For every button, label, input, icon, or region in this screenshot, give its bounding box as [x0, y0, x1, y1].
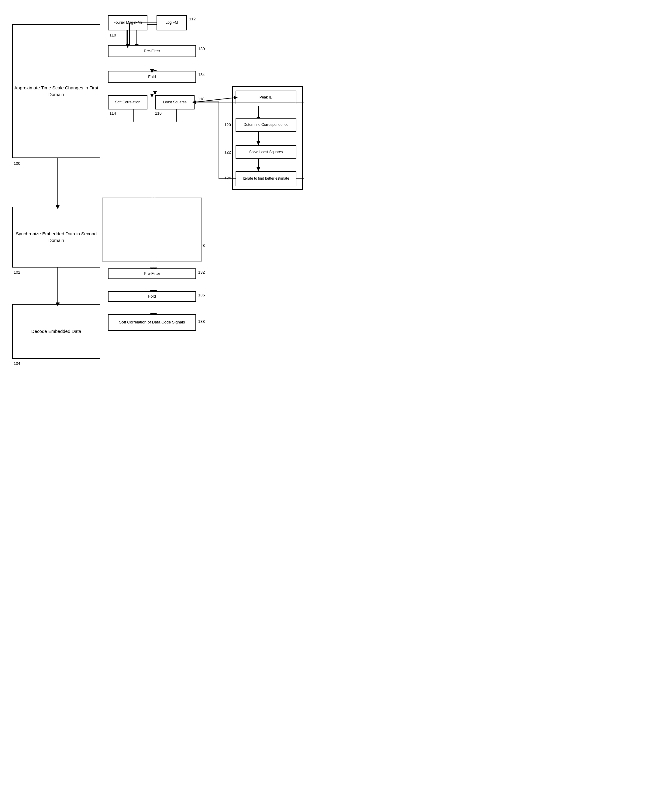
log-fm-box: Log FM	[156, 15, 187, 30]
left-mid-box: Synchronize Embedded Data in Second Doma…	[12, 207, 100, 268]
svg-marker-14	[257, 167, 260, 171]
iterate-label: Iterate to find better estimate	[243, 176, 289, 181]
ref-116: 116	[155, 111, 162, 115]
iterate-box: Iterate to find better estimate	[236, 171, 296, 186]
fold1-box: Fold	[108, 71, 196, 83]
fold2-box: Fold	[108, 291, 196, 302]
fourier-label: Fourier Mag (FM)	[114, 20, 142, 25]
ref-112: 112	[189, 17, 196, 21]
ref-118: 118	[198, 97, 205, 101]
ref-114: 114	[109, 111, 116, 115]
diagram: Approximate Time Scale Changes in First …	[6, 12, 323, 395]
left-mid-label: Synchronize Embedded Data in Second Doma…	[13, 230, 100, 244]
left-bot-box: Decode Embedded Data	[12, 304, 100, 359]
ref-104: 104	[14, 361, 20, 366]
fold2-label: Fold	[148, 294, 156, 299]
ref-130: 130	[198, 47, 205, 51]
svg-marker-12	[257, 141, 260, 145]
peak-id-box: Peak ID	[236, 91, 296, 104]
solve-ls-box: Solve Least Squares	[236, 145, 296, 159]
soft-corr2-box: Soft Correlation of Data Code Signals	[108, 314, 196, 331]
ref-134: 134	[198, 73, 205, 77]
soft-corr-box: Soft Correlation	[108, 95, 147, 109]
fold1-label: Fold	[148, 74, 156, 80]
peak-id-label: Peak ID	[260, 95, 273, 100]
ref-120: 120	[224, 123, 231, 127]
svg-marker-55	[150, 94, 154, 98]
det-corr-box: Determine Correspondence	[236, 118, 296, 132]
ref-136: 136	[198, 293, 205, 297]
prefilter2-label: Pre-Filter	[144, 271, 160, 276]
log-fm-label: Log FM	[166, 20, 178, 25]
ref-100: 100	[14, 161, 20, 166]
det-corr-label: Determine Correspondence	[243, 123, 288, 128]
soft-corr-label: Soft Correlation	[115, 100, 140, 105]
left-top-box: Approximate Time Scale Changes in First …	[12, 24, 100, 158]
least-sq-label: Least Squares	[163, 100, 186, 105]
prefilter1-box: Pre-Filter	[108, 45, 196, 57]
left-top-label: Approximate Time Scale Changes in First …	[13, 85, 100, 98]
fourier-box: Fourier Mag (FM)	[108, 15, 147, 30]
prefilter1-label: Pre-Filter	[144, 49, 160, 54]
ref-138: 138	[198, 319, 205, 324]
phase-section-container	[102, 198, 202, 262]
svg-marker-6	[153, 91, 157, 95]
left-bot-label: Decode Embedded Data	[31, 328, 81, 335]
soft-corr2-label: Soft Correlation of Data Code Signals	[119, 320, 185, 325]
ref-110: 110	[109, 33, 116, 38]
prefilter2-box: Pre-Filter	[108, 268, 196, 279]
ref-124: 124	[224, 176, 231, 180]
ref-122: 122	[224, 150, 231, 155]
least-sq-box: Least Squares	[155, 95, 194, 109]
ref-132: 132	[198, 270, 205, 274]
ref-102: 102	[14, 270, 20, 274]
solve-ls-label: Solve Least Squares	[249, 150, 283, 155]
